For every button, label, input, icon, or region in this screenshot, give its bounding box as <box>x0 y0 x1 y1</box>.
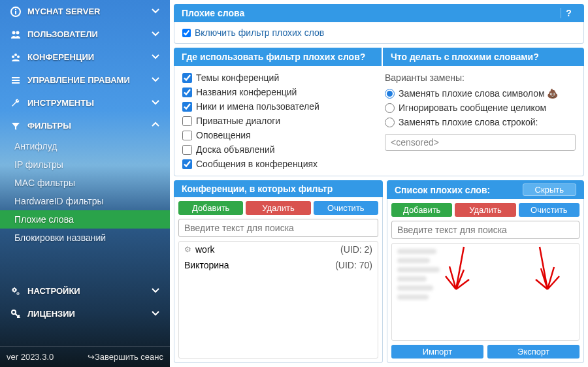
bw-clear-button[interactable]: Очистить <box>519 203 580 217</box>
bottom-row: Конференции, в которых фильтр Добавить У… <box>174 180 584 363</box>
action-radio-input-0[interactable] <box>385 89 395 99</box>
header-panel: Плохие слова ? Включить фильтр плохих сл… <box>174 4 584 44</box>
options-panel: Где использовать фильтр плохих слов? Что… <box>174 48 584 176</box>
svg-point-3 <box>12 31 16 34</box>
chevron-up-icon <box>150 120 161 132</box>
action-radio-label-0: Заменять плохие слова символом 💩 <box>399 88 559 99</box>
sidebar-item-filters[interactable]: ФИЛЬТРЫ <box>0 114 170 137</box>
list-item[interactable]: ⚙work (UID: 2) <box>179 242 378 257</box>
list-icon <box>9 75 22 86</box>
blurred-words <box>397 246 574 302</box>
sidebar-item-tools[interactable]: ИНСТРУМЕНТЫ <box>0 91 170 114</box>
svg-point-7 <box>17 56 20 58</box>
wrench-icon <box>9 98 22 108</box>
sidebar-item-license[interactable]: ЛИЦЕНЗИИ <box>0 302 170 325</box>
replace-string-input[interactable] <box>385 134 576 151</box>
sidebar-menu: MYCHAT SERVER ПОЛЬЗОВАТЕЛИ КОНФЕРЕНЦИИ У… <box>0 0 170 346</box>
chevron-down-icon <box>150 51 161 63</box>
sidebar-label: ИНСТРУМЕНТЫ <box>27 98 150 108</box>
svg-rect-9 <box>12 80 20 81</box>
where-opt-2[interactable]: Ники и имена пользователей <box>182 101 378 112</box>
conf-add-button[interactable]: Добавить <box>178 201 243 215</box>
conf-uid-0: (UID: 2) <box>340 244 372 255</box>
sidebar-item-settings[interactable]: НАСТРОЙКИ <box>0 279 170 302</box>
chevron-down-icon <box>150 5 161 18</box>
sidebar-item-rights[interactable]: УПРАВЛЕНИЕ ПРАВАМИ <box>0 69 170 91</box>
action-radio-1[interactable]: Игнорировать сообщение целиком <box>385 103 576 113</box>
sidebar-sub-hwid-filters[interactable]: HardwareID фильтры <box>0 192 170 210</box>
chevron-down-icon <box>150 28 161 40</box>
list-item[interactable]: Викторина (UID: 70) <box>179 257 378 273</box>
filter-icon <box>9 121 22 131</box>
sidebar-sub-mac-filters[interactable]: MAC фильтры <box>0 174 170 192</box>
sidebar-label: КОНФЕРЕНЦИИ <box>27 52 150 62</box>
where-label-2: Ники и имена пользователей <box>196 101 319 112</box>
where-opt-6[interactable]: Сообщения в конференциях <box>182 159 378 169</box>
where-opt-5[interactable]: Доска объявлений <box>182 144 378 155</box>
where-check-0[interactable] <box>182 73 192 83</box>
hide-button[interactable]: Скрыть <box>523 184 576 196</box>
where-check-1[interactable] <box>182 88 192 97</box>
conf-clear-button[interactable]: Очистить <box>314 201 378 215</box>
logout-button[interactable]: ↪Завершить сеанс <box>88 352 163 362</box>
sidebar-item-server[interactable]: MYCHAT SERVER <box>0 0 170 23</box>
logout-icon: ↪ <box>88 352 95 362</box>
sidebar: MYCHAT SERVER ПОЛЬЗОВАТЕЛИ КОНФЕРЕНЦИИ У… <box>0 0 170 367</box>
bw-delete-button[interactable]: Удалить <box>455 203 515 217</box>
svg-rect-8 <box>12 77 20 78</box>
where-label-0: Темы конференций <box>196 72 279 83</box>
where-opt-0[interactable]: Темы конференций <box>182 72 378 83</box>
key-icon <box>9 309 22 319</box>
chevron-down-icon <box>150 285 161 297</box>
conf-search-input[interactable] <box>178 219 378 237</box>
where-check-2[interactable] <box>182 102 192 112</box>
sidebar-label: УПРАВЛЕНИЕ ПРАВАМИ <box>27 75 150 85</box>
export-button[interactable]: Экспорт <box>487 345 580 359</box>
conferences-title: Конференции, в которых фильтр <box>182 184 375 194</box>
sidebar-sub-ip-filters[interactable]: IP фильтры <box>0 155 170 174</box>
help-button[interactable]: ? <box>561 8 576 18</box>
badwords-buttons: Добавить Удалить Очистить <box>391 203 580 217</box>
bw-search-input[interactable] <box>391 221 580 239</box>
where-check-3[interactable] <box>182 116 192 126</box>
chevron-down-icon <box>150 97 161 109</box>
where-check-6[interactable] <box>182 159 192 169</box>
chevron-down-icon <box>150 74 161 86</box>
action-radio-input-2[interactable] <box>385 118 395 127</box>
sidebar-sub-antiflood[interactable]: Антифлуд <box>0 137 170 155</box>
badwords-list[interactable] <box>391 243 580 341</box>
where-options: Темы конференций Названия конференций Ни… <box>182 72 378 169</box>
conf-delete-button[interactable]: Удалить <box>246 201 310 215</box>
conferences-list[interactable]: ⚙work (UID: 2) Викторина (UID: 70) <box>178 241 378 359</box>
action-radio-2[interactable]: Заменять плохие слова строкой: <box>385 117 576 127</box>
enable-filter-row[interactable]: Включить фильтр плохих слов <box>182 27 576 38</box>
where-check-5[interactable] <box>182 145 192 155</box>
action-options: Варианты замены: Заменять плохие слова с… <box>385 72 576 169</box>
where-opt-3[interactable]: Приватные диалоги <box>182 116 378 126</box>
action-title: Что делать с плохими словами? <box>383 48 584 66</box>
svg-point-6 <box>12 56 14 58</box>
group-icon <box>9 52 22 63</box>
main-content: Плохие слова ? Включить фильтр плохих сл… <box>170 0 588 367</box>
badwords-body: Добавить Удалить Очистить <box>387 199 584 363</box>
import-button[interactable]: Импорт <box>391 345 483 359</box>
sidebar-sub-name-blocks[interactable]: Блокировки названий <box>0 229 170 247</box>
sidebar-label: ПОЛЬЗОВАТЕЛИ <box>27 29 150 39</box>
sidebar-label: НАСТРОЙКИ <box>27 286 150 296</box>
svg-rect-1 <box>15 11 16 14</box>
where-check-4[interactable] <box>182 131 192 140</box>
conf-name-0: work <box>195 244 215 255</box>
bw-add-button[interactable]: Добавить <box>391 203 452 217</box>
badwords-panel: Список плохих слов: Скрыть Добавить Удал… <box>387 180 584 363</box>
enable-filter-checkbox[interactable] <box>182 29 191 37</box>
sidebar-sub-bad-words[interactable]: Плохие слова <box>0 210 170 229</box>
sidebar-item-users[interactable]: ПОЛЬЗОВАТЕЛИ <box>0 23 170 46</box>
conferences-panel: Конференции, в которых фильтр Добавить У… <box>174 180 383 363</box>
conferences-body: Добавить Удалить Очистить ⚙work (UID: 2)… <box>174 197 383 363</box>
where-opt-4[interactable]: Оповещения <box>182 130 378 140</box>
where-opt-1[interactable]: Названия конференций <box>182 87 378 97</box>
sidebar-item-conferences[interactable]: КОНФЕРЕНЦИИ <box>0 46 170 69</box>
enable-filter-label: Включить фильтр плохих слов <box>195 27 324 38</box>
action-radio-input-1[interactable] <box>385 103 395 113</box>
action-radio-0[interactable]: Заменять плохие слова символом 💩 <box>385 88 576 99</box>
